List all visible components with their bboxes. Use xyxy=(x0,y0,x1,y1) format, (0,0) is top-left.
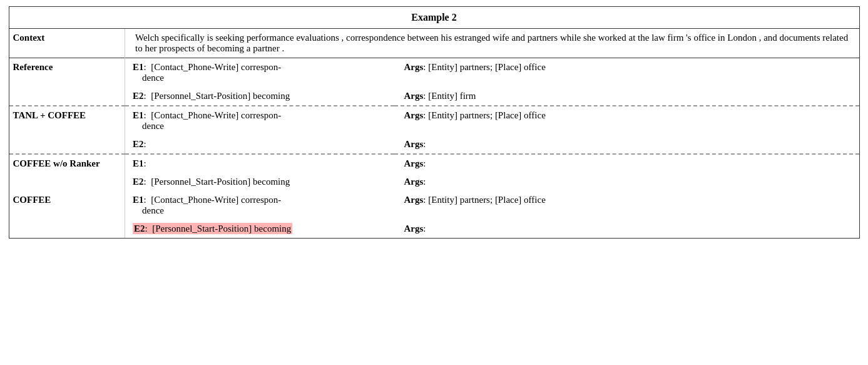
event-cell: E1: [Contact_Phone-Write] correspon- den… xyxy=(125,58,394,88)
highlighted-event: E2: [Personnel_Start-Position] becoming xyxy=(133,223,292,234)
row-label: COFFEE w/o Ranker xyxy=(9,154,125,191)
event-cell: E2: [Personnel_Start-Position] becoming xyxy=(125,220,394,238)
table-row: E2: Args: xyxy=(9,135,859,154)
event-cell: E1: [Contact_Phone-Write] correspon- den… xyxy=(125,106,394,135)
table-row: Reference E1: [Contact_Phone-Write] corr… xyxy=(9,58,859,88)
row-label: Reference xyxy=(9,58,125,106)
row-label: TANL + COFFEE xyxy=(9,106,125,154)
table-header: Example 2 xyxy=(9,7,859,29)
table-title: Example 2 xyxy=(9,7,859,29)
args-cell: Args: xyxy=(394,154,859,173)
event-cell: E2: [Personnel_Start-Position] becoming xyxy=(125,87,394,106)
args-cell: Args: [Entity] partners; [Place] office xyxy=(394,106,859,135)
context-row: Context Welch specifically is seeking pe… xyxy=(9,29,859,58)
event-cell: E2: [Personnel_Start-Position] becoming xyxy=(125,173,394,191)
args-cell: Args: [Entity] partners; [Place] office xyxy=(394,191,859,220)
table-row: E2: [Personnel_Start-Position] becoming … xyxy=(9,87,859,106)
args-cell: Args: xyxy=(394,173,859,191)
table-row: E2: [Personnel_Start-Position] becoming … xyxy=(9,173,859,191)
main-table: Example 2 Context Welch specifically is … xyxy=(9,6,860,239)
event-cell: E2: xyxy=(125,135,394,154)
context-label: Context xyxy=(9,29,125,58)
row-label: COFFEE xyxy=(9,191,125,238)
table-row: COFFEE w/o Ranker E1: Args: xyxy=(9,154,859,173)
args-cell: Args: [Entity] partners; [Place] office xyxy=(394,58,859,88)
args-cell: Args: [Entity] firm xyxy=(394,87,859,106)
args-cell: Args: xyxy=(394,220,859,238)
context-text: Welch specifically is seeking performanc… xyxy=(125,29,859,58)
table-row: COFFEE E1: [Contact_Phone-Write] corresp… xyxy=(9,191,859,220)
event-cell: E1: xyxy=(125,154,394,173)
event-cell: E1: [Contact_Phone-Write] correspon- den… xyxy=(125,191,394,220)
table-row: E2: [Personnel_Start-Position] becoming … xyxy=(9,220,859,238)
args-cell: Args: xyxy=(394,135,859,154)
table-row: TANL + COFFEE E1: [Contact_Phone-Write] … xyxy=(9,106,859,135)
